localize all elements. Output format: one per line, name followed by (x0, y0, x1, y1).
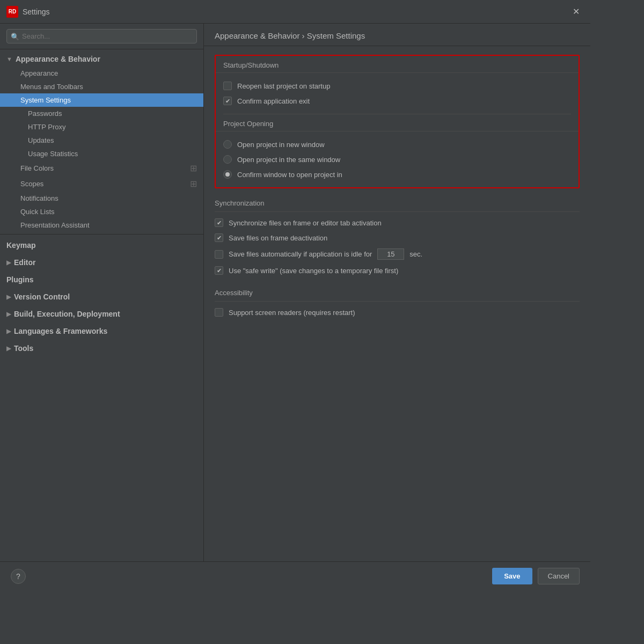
section-label: Appearance & Behavior (16, 55, 100, 63)
setting-row-new-window: Open project in new window (223, 137, 571, 152)
scopes-icon: ⊞ (190, 179, 197, 189)
file-colors-label: File Colors (20, 164, 54, 172)
main-layout: 🔍 ▼ Appearance & Behavior Appearance Men… (0, 24, 590, 561)
label-safe-write: Use "safe write" (save changes to a temp… (229, 267, 398, 275)
sidebar-item-http-proxy[interactable]: HTTP Proxy (0, 120, 203, 134)
checkbox-screen-readers[interactable] (215, 308, 223, 317)
build-arrow: ▶ (6, 311, 11, 318)
app-logo: RD (6, 6, 18, 18)
editor-label: Editor (14, 258, 35, 267)
label-sync-files: Synchronize files on frame or editor tab… (229, 219, 382, 227)
close-button[interactable]: ✕ (568, 4, 584, 19)
setting-row-safe-write: Use "safe write" (save changes to a temp… (215, 263, 580, 278)
radio-confirm-window[interactable] (223, 170, 232, 179)
sidebar-item-presentation-assistant[interactable]: Presentation Assistant (0, 218, 203, 232)
action-buttons: Save Cancel (492, 568, 580, 584)
startup-project-section: Startup/Shutdown Reopen last project on … (215, 55, 580, 188)
sidebar-item-menus-toolbars[interactable]: Menus and Toolbars (0, 80, 203, 93)
checkbox-sync-files[interactable] (215, 218, 223, 227)
startup-section-body: Reopen last project on startup Confirm a… (216, 73, 579, 114)
search-wrapper: 🔍 (6, 29, 197, 43)
radio-new-window[interactable] (223, 140, 232, 149)
label-same-window: Open project in the same window (237, 156, 340, 164)
sidebar-item-plugins[interactable]: Plugins (0, 271, 203, 288)
sidebar: 🔍 ▼ Appearance & Behavior Appearance Men… (0, 24, 204, 561)
build-label: Build, Execution, Deployment (14, 310, 120, 318)
content-breadcrumb: Appearance & Behavior › System Settings (204, 24, 590, 46)
bottom-bar: ? Save Cancel (0, 561, 590, 590)
tools-label: Tools (14, 344, 33, 353)
title-bar-left: RD Settings (6, 6, 50, 18)
setting-row-screen-readers: Support screen readers (requires restart… (215, 305, 580, 320)
sec-label: sec. (409, 250, 422, 258)
checkbox-safe-write[interactable] (215, 266, 223, 275)
setting-row-sync-files: Synchronize files on frame or editor tab… (215, 215, 580, 230)
title-bar: RD Settings ✕ (0, 0, 590, 24)
cancel-button[interactable]: Cancel (538, 568, 580, 584)
accessibility-section-title: Accessibility (215, 287, 580, 302)
project-section-title: Project Opening (216, 114, 579, 131)
sidebar-item-scopes[interactable]: Scopes ⊞ (0, 176, 203, 192)
sidebar-item-build[interactable]: ▶ Build, Execution, Deployment (0, 305, 203, 323)
setting-row-confirm-exit: Confirm application exit (223, 93, 571, 108)
save-button[interactable]: Save (492, 568, 532, 584)
label-confirm-exit: Confirm application exit (237, 97, 310, 105)
tools-arrow: ▶ (6, 345, 11, 352)
checkbox-save-idle[interactable] (215, 250, 223, 259)
idle-seconds-input[interactable] (377, 248, 404, 260)
sidebar-item-system-settings[interactable]: System Settings (0, 93, 203, 107)
sidebar-item-languages[interactable]: ▶ Languages & Frameworks (0, 323, 203, 340)
nav-separator-1 (0, 234, 203, 235)
setting-row-save-frame: Save files on frame deactivation (215, 230, 580, 245)
sidebar-item-passwords[interactable]: Passwords (0, 107, 203, 120)
accessibility-section: Accessibility Support screen readers (re… (215, 287, 580, 320)
lang-arrow: ▶ (6, 328, 11, 335)
sync-section-title: Synchronization (215, 197, 580, 212)
sidebar-item-updates[interactable]: Updates (0, 134, 203, 147)
checkbox-confirm-exit[interactable] (223, 97, 232, 105)
search-icon: 🔍 (11, 32, 19, 40)
sidebar-item-file-colors[interactable]: File Colors ⊞ (0, 160, 203, 176)
label-new-window: Open project in new window (237, 141, 325, 149)
project-section-body: Open project in new window Open project … (216, 131, 579, 187)
content-area: Appearance & Behavior › System Settings … (204, 24, 590, 561)
help-button[interactable]: ? (11, 569, 26, 584)
scopes-label: Scopes (20, 180, 43, 188)
startup-section-title: Startup/Shutdown (216, 56, 579, 73)
checkbox-reopen[interactable] (223, 82, 232, 90)
radio-same-window[interactable] (223, 155, 232, 164)
search-bar: 🔍 (0, 24, 203, 49)
sidebar-item-appearance[interactable]: Appearance (0, 67, 203, 80)
expand-arrow: ▼ (6, 56, 12, 62)
window-title: Settings (23, 8, 50, 16)
sidebar-item-version-control[interactable]: ▶ Version Control (0, 288, 203, 305)
sidebar-item-notifications[interactable]: Notifications (0, 192, 203, 205)
lang-label: Languages & Frameworks (14, 327, 107, 335)
vc-label: Version Control (14, 292, 70, 301)
setting-row-same-window: Open project in the same window (223, 152, 571, 167)
label-save-idle: Save files automatically if application … (229, 250, 372, 258)
file-colors-icon: ⊞ (190, 163, 197, 173)
sidebar-item-tools[interactable]: ▶ Tools (0, 340, 203, 357)
sidebar-item-usage-statistics[interactable]: Usage Statistics (0, 147, 203, 160)
nav-list: ▼ Appearance & Behavior Appearance Menus… (0, 49, 203, 561)
search-input[interactable] (6, 29, 197, 43)
checkbox-save-frame[interactable] (215, 233, 223, 242)
vc-arrow: ▶ (6, 294, 11, 301)
sidebar-item-keymap[interactable]: Keymap (0, 237, 203, 254)
editor-arrow: ▶ (6, 259, 11, 266)
setting-row-confirm-window: Confirm window to open project in (223, 167, 571, 182)
label-reopen: Reopen last project on startup (237, 82, 330, 90)
setting-row-save-idle: Save files automatically if application … (215, 245, 580, 263)
sidebar-item-editor[interactable]: ▶ Editor (0, 254, 203, 271)
sidebar-item-appearance-behavior[interactable]: ▼ Appearance & Behavior (0, 52, 203, 67)
sync-section: Synchronization Synchronize files on fra… (215, 197, 580, 278)
content-body: Startup/Shutdown Reopen last project on … (204, 46, 590, 561)
label-save-frame: Save files on frame deactivation (229, 234, 327, 242)
label-confirm-window: Confirm window to open project in (237, 171, 342, 179)
sidebar-item-quick-lists[interactable]: Quick Lists (0, 205, 203, 218)
label-screen-readers: Support screen readers (requires restart… (229, 309, 355, 317)
setting-row-reopen: Reopen last project on startup (223, 78, 571, 93)
